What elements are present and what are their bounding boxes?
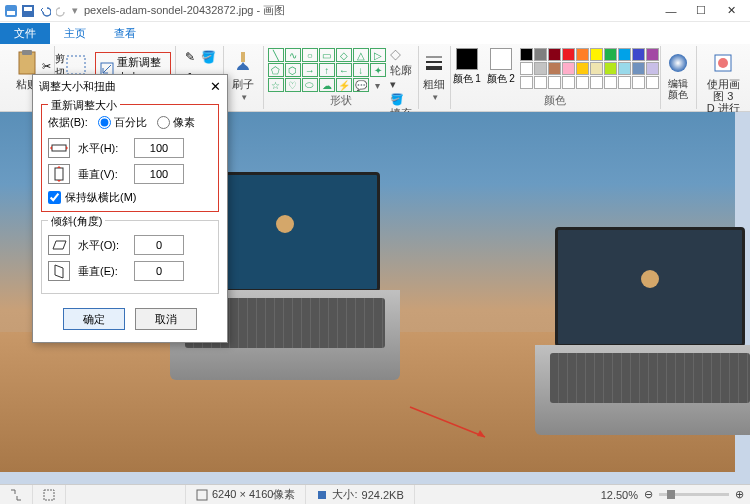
color2-button[interactable]: 颜色 2 xyxy=(486,48,516,86)
svg-rect-1 xyxy=(7,11,15,15)
svg-rect-6 xyxy=(67,56,85,74)
undo-icon[interactable] xyxy=(38,4,52,18)
maximize-button[interactable]: ☐ xyxy=(686,1,716,21)
close-button[interactable]: ✕ xyxy=(716,1,746,21)
palette-swatch[interactable] xyxy=(562,48,575,61)
skew-h-icon xyxy=(48,235,70,255)
svg-rect-8 xyxy=(241,52,245,62)
tab-view[interactable]: 查看 xyxy=(100,23,150,44)
palette-swatch[interactable] xyxy=(618,48,631,61)
palette-swatch[interactable] xyxy=(548,62,561,75)
color-palette[interactable] xyxy=(520,48,659,89)
horizontal-label: 水平(H): xyxy=(78,141,126,156)
palette-swatch[interactable] xyxy=(520,62,533,75)
dialog-close-button[interactable]: ✕ xyxy=(210,79,221,94)
shapes-group-label: 形状 xyxy=(264,93,418,108)
palette-swatch[interactable] xyxy=(590,62,603,75)
color1-button[interactable]: 颜色 1 xyxy=(452,48,482,86)
redo-icon[interactable] xyxy=(55,4,69,18)
palette-swatch[interactable] xyxy=(632,48,645,61)
svg-point-12 xyxy=(669,54,687,72)
palette-swatch[interactable] xyxy=(646,62,659,75)
minimize-button[interactable]: — xyxy=(656,1,686,21)
palette-swatch[interactable] xyxy=(604,62,617,75)
file-size: 大小: 924.2KB xyxy=(306,485,414,504)
svg-rect-18 xyxy=(44,490,54,500)
palette-swatch[interactable] xyxy=(590,48,603,61)
palette-swatch[interactable] xyxy=(604,76,617,89)
app-icon xyxy=(4,4,18,18)
skew-group: 倾斜(角度) 水平(O): 垂直(E): xyxy=(41,220,219,294)
palette-swatch[interactable] xyxy=(520,48,533,61)
palette-swatch[interactable] xyxy=(562,76,575,89)
edit-colors-button[interactable]: 编辑颜色 xyxy=(661,48,695,102)
svg-rect-16 xyxy=(52,145,66,151)
palette-swatch[interactable] xyxy=(604,48,617,61)
zoom-out-button[interactable]: ⊖ xyxy=(644,488,653,501)
image-dimensions: 6240 × 4160像素 xyxy=(186,485,306,504)
color2-swatch xyxy=(490,48,512,70)
tab-file[interactable]: 文件 xyxy=(0,23,50,44)
vertical-input[interactable] xyxy=(134,164,184,184)
horizontal-icon xyxy=(48,138,70,158)
thickness-button[interactable]: 粗细▼ xyxy=(417,48,451,105)
palette-swatch[interactable] xyxy=(590,76,603,89)
qat-separator: ▾ xyxy=(72,4,78,17)
svg-rect-17 xyxy=(55,168,63,180)
zoom-level: 12.50% xyxy=(601,489,638,501)
skew-h-input[interactable] xyxy=(134,235,184,255)
palette-swatch[interactable] xyxy=(646,76,659,89)
dialog-title: 调整大小和扭曲 xyxy=(39,79,116,94)
window-title: pexels-adam-sondel-20432872.jpg - 画图 xyxy=(84,3,285,18)
palette-swatch[interactable] xyxy=(562,62,575,75)
thickness-icon xyxy=(421,50,447,76)
svg-point-14 xyxy=(718,58,728,68)
skew-group-title: 倾斜(角度) xyxy=(48,214,105,229)
palette-swatch[interactable] xyxy=(534,48,547,61)
resize-dialog: 调整大小和扭曲 ✕ 重新调整大小 依据(B): 百分比 像素 水平(H): 垂直… xyxy=(32,74,228,343)
statusbar: 6240 × 4160像素 大小: 924.2KB 12.50% ⊖ ⊕ xyxy=(0,484,750,504)
pencil-icon[interactable]: ✎ xyxy=(181,48,199,66)
palette-swatch[interactable] xyxy=(534,62,547,75)
svg-rect-19 xyxy=(197,490,207,500)
laptop-right xyxy=(535,227,750,407)
horizontal-input[interactable] xyxy=(134,138,184,158)
zoom-in-button[interactable]: ⊕ xyxy=(735,488,744,501)
palette-swatch[interactable] xyxy=(618,76,631,89)
fill-icon[interactable]: 🪣 xyxy=(200,48,218,66)
radio-pixels[interactable]: 像素 xyxy=(157,115,195,130)
radio-percent[interactable]: 百分比 xyxy=(98,115,147,130)
annotation-arrow xyxy=(405,402,495,442)
tab-home[interactable]: 主页 xyxy=(50,23,100,44)
palette-swatch[interactable] xyxy=(548,48,561,61)
svg-rect-4 xyxy=(19,52,35,74)
palette-swatch[interactable] xyxy=(632,62,645,75)
save-icon[interactable] xyxy=(21,4,35,18)
cursor-pos-icon xyxy=(0,485,33,504)
skew-v-label: 垂直(E): xyxy=(78,264,126,279)
palette-swatch[interactable] xyxy=(576,76,589,89)
skew-v-icon xyxy=(48,261,70,281)
titlebar: ▾ pexels-adam-sondel-20432872.jpg - 画图 —… xyxy=(0,0,750,22)
palette-swatch[interactable] xyxy=(576,62,589,75)
palette-swatch[interactable] xyxy=(646,48,659,61)
cut-icon[interactable]: ✂ xyxy=(42,60,51,73)
skew-v-input[interactable] xyxy=(134,261,184,281)
ok-button[interactable]: 确定 xyxy=(63,308,125,330)
palette-swatch[interactable] xyxy=(534,76,547,89)
palette-swatch[interactable] xyxy=(632,76,645,89)
palette-swatch[interactable] xyxy=(520,76,533,89)
edit-colors-icon xyxy=(665,50,691,76)
palette-swatch[interactable] xyxy=(618,62,631,75)
resize-group-title: 重新调整大小 xyxy=(48,98,120,113)
zoom-slider[interactable] xyxy=(659,493,729,496)
brush-button[interactable]: 刷子▼ xyxy=(226,48,260,105)
colors-group-label: 颜色 xyxy=(451,93,660,108)
cancel-button[interactable]: 取消 xyxy=(135,308,197,330)
palette-swatch[interactable] xyxy=(576,48,589,61)
aspect-checkbox[interactable]: 保持纵横比(M) xyxy=(48,190,212,205)
selection-size-icon xyxy=(33,485,66,504)
shape-outline[interactable]: ◇ 轮廓 ▾ xyxy=(390,48,414,91)
svg-rect-5 xyxy=(22,50,32,55)
palette-swatch[interactable] xyxy=(548,76,561,89)
